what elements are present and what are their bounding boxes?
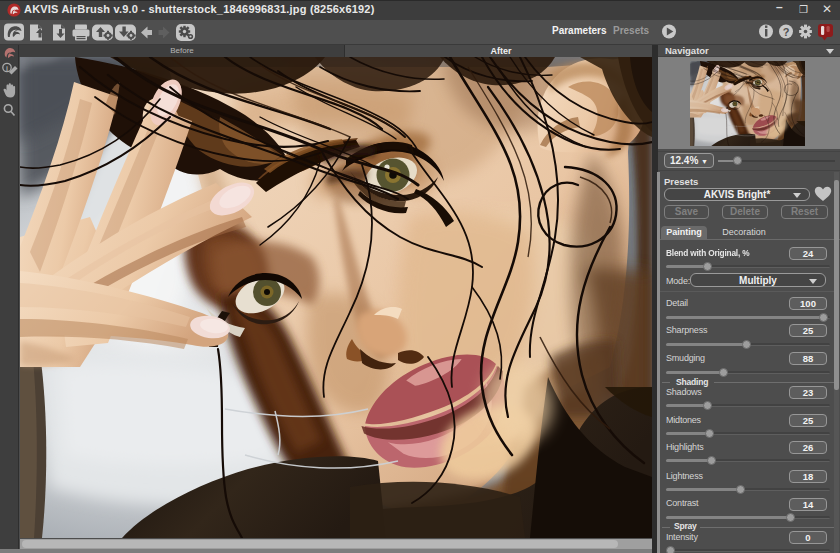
svg-text:?: ? bbox=[783, 26, 790, 38]
svg-text:i: i bbox=[6, 65, 8, 72]
